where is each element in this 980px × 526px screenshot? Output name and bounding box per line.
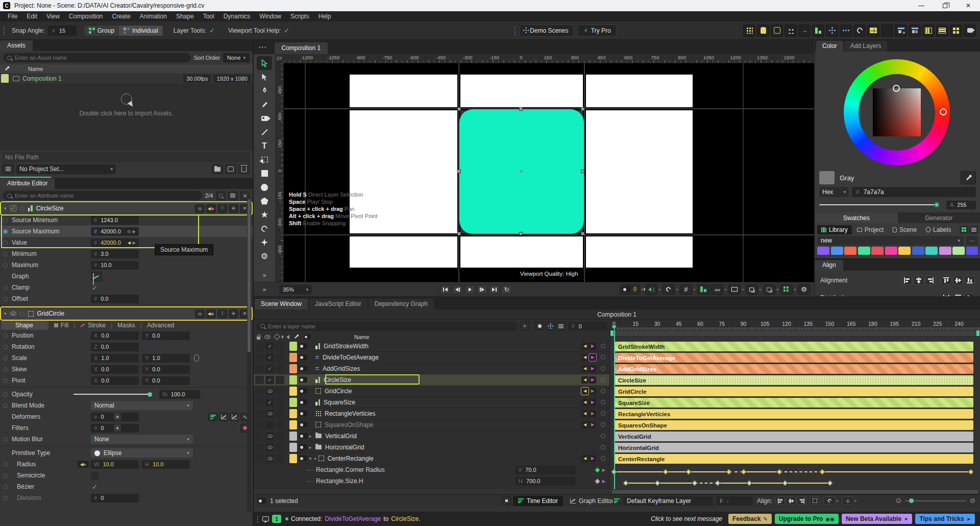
keyframe-circle-icon[interactable]	[601, 389, 605, 393]
layer-name[interactable]: CircleSize	[324, 376, 351, 384]
layer-color-swatch[interactable]	[289, 387, 297, 396]
semicircle-checkbox[interactable]	[91, 472, 99, 480]
keyframe-icon[interactable]	[692, 480, 697, 486]
menu-create[interactable]: Create	[108, 13, 135, 20]
solo-icon[interactable]	[535, 322, 544, 330]
range-end-handle[interactable]	[976, 330, 979, 336]
enabled-toggle[interactable]: ✓	[265, 398, 274, 407]
radius-input-1[interactable]: H10.0	[142, 460, 190, 469]
green-diamond-icon[interactable]	[595, 467, 600, 472]
keyframe-icon[interactable]	[654, 480, 660, 486]
tab-javascript-editor[interactable]: JavaScript Editor	[309, 299, 368, 309]
cells-icon[interactable]	[867, 25, 879, 37]
footer-frame-input[interactable]: F -	[716, 496, 753, 505]
timeline-ruler[interactable]: 0153045607590105120135150165180195210225…	[610, 320, 980, 330]
render-toggle-icon[interactable]	[299, 444, 307, 450]
timeline-bar-addgridsizes[interactable]: AddGridSizes	[614, 364, 973, 374]
rotation-input-0[interactable]: Z0.0	[91, 343, 139, 351]
asset-name[interactable]: Composition 1	[22, 75, 62, 82]
timeline-bar-gridstrokewidth[interactable]: GridStrokeWidth	[614, 342, 973, 351]
keyframe-icon[interactable]	[746, 480, 752, 486]
step-back-icon[interactable]	[452, 285, 463, 294]
skew-input-0[interactable]: X0.0	[91, 365, 139, 374]
extra-toggle[interactable]	[276, 342, 284, 350]
chip-feedback[interactable]: Feedback✎	[728, 514, 772, 524]
keyframe-circle-icon[interactable]	[601, 434, 605, 438]
add-layer-button[interactable]: +	[520, 322, 529, 330]
layer-color-swatch[interactable]	[289, 375, 297, 385]
visibility-toggle[interactable]	[265, 455, 274, 463]
align-right-button[interactable]	[925, 276, 936, 285]
radius-input-0[interactable]: W10.0	[91, 460, 139, 469]
divisions-input-0[interactable]: #0	[91, 494, 139, 503]
tab-assets[interactable]: Assets	[0, 40, 33, 51]
attribute-radio[interactable]	[3, 252, 8, 256]
source-scene-button[interactable]: Scene	[889, 225, 921, 234]
layer-tools-checkbox[interactable]: ✓	[209, 27, 215, 34]
ellipse-tool[interactable]	[257, 180, 272, 194]
tab-advanced[interactable]: Advanced	[142, 321, 179, 330]
swatch-10[interactable]	[952, 247, 965, 255]
hue-picker-dot[interactable]	[940, 108, 947, 115]
render-toggle-icon[interactable]	[299, 377, 307, 382]
rectangle-tool[interactable]	[257, 166, 272, 180]
swatch-more-icon[interactable]: ⋯	[966, 236, 978, 245]
transform-tool[interactable]	[257, 153, 272, 166]
timeline-bar-rectangleverticies[interactable]: RectangleVerticies	[614, 409, 973, 419]
attribute-radio[interactable]	[3, 392, 8, 397]
selection-handle[interactable]	[519, 107, 523, 111]
attribute-search-input[interactable]: Enter an Attribute name	[3, 191, 202, 200]
grid-dots-icon[interactable]	[743, 25, 755, 37]
camera-toggle-icon[interactable]	[258, 498, 266, 504]
layer-row-verticalgrid[interactable]: ▸VerticalGrid	[254, 431, 609, 442]
selection-handle[interactable]	[581, 107, 584, 111]
color-wheel[interactable]	[844, 59, 950, 165]
saturation-value-square[interactable]	[873, 88, 921, 136]
attribute-radio[interactable]	[3, 297, 8, 301]
add-deformers-button[interactable]: +	[113, 413, 121, 421]
color-mode-dropdown[interactable]: Hex ▾	[819, 187, 849, 197]
offset-input-0[interactable]: #0.0	[91, 295, 139, 303]
layer-name[interactable]: AddGridSizes	[323, 365, 360, 372]
keyframe-circle-icon[interactable]	[601, 445, 605, 449]
layer-name[interactable]: VerticalGrid	[325, 433, 357, 440]
settings-tool[interactable]: ⚙	[257, 249, 272, 263]
keyframe-layer-dropdown[interactable]: Default Keyframe Layer	[623, 496, 713, 506]
attr-row-rectangle-size-h[interactable]: Rectangle.Size.HH700.0▶	[254, 475, 609, 487]
filter-settings-icon[interactable]	[556, 322, 566, 330]
layer-row-squaresize[interactable]: ✓SquareSize◀▶	[254, 397, 609, 408]
layer-search-input[interactable]: Enter a layer name	[256, 322, 518, 331]
arrow-purple-icon[interactable]: ▶	[589, 399, 596, 406]
arrow-left-yellow-icon[interactable]: ◀	[128, 241, 131, 245]
keyframe-icon[interactable]	[827, 480, 832, 486]
sort-order-dropdown[interactable]: None ▾	[223, 53, 250, 62]
timeline-bar-circlesize[interactable]: CircleSize	[614, 375, 973, 385]
move-icon[interactable]: ✛	[229, 204, 238, 213]
arrow-yellow-icon[interactable]: ◀	[581, 343, 589, 350]
render-toggle-icon[interactable]	[299, 388, 307, 394]
play-icon[interactable]	[464, 285, 475, 294]
graph-box-icon[interactable]	[219, 413, 228, 421]
grid4-icon[interactable]	[950, 25, 962, 37]
skew-input-1[interactable]: Y0.0	[142, 365, 190, 374]
expand-arrow-icon[interactable]: ▸	[742, 287, 744, 292]
render-toggle-icon[interactable]	[299, 366, 307, 371]
extra-toggle[interactable]	[276, 365, 284, 373]
extra-toggle[interactable]	[276, 410, 284, 418]
layer-name[interactable]: SquareSize	[324, 399, 355, 406]
panel-menu-icon[interactable]: •••	[259, 44, 267, 50]
gear-icon[interactable]: ⚙	[798, 284, 810, 295]
arrow-yellow-icon[interactable]: ◀	[581, 376, 589, 384]
keyframe-circle-icon[interactable]	[601, 422, 605, 427]
align-top-button[interactable]	[941, 276, 951, 285]
layer-row-horizontalgrid[interactable]: ▸HorizontalGrid	[254, 442, 609, 453]
extra-toggle[interactable]	[276, 421, 284, 429]
extrude-icon[interactable]	[757, 25, 769, 37]
keyframe-icon[interactable]	[726, 469, 732, 474]
attr-row-rectangle-corner-radius[interactable]: Rectangle.Corner Radius#70.0▶	[254, 464, 609, 475]
lock-toggle[interactable]	[255, 421, 264, 429]
trash-icon[interactable]	[238, 164, 250, 174]
menu-dynamics[interactable]: Dynamics	[219, 13, 255, 20]
extra-toggle[interactable]	[276, 398, 284, 407]
magnet-icon[interactable]	[663, 284, 675, 295]
